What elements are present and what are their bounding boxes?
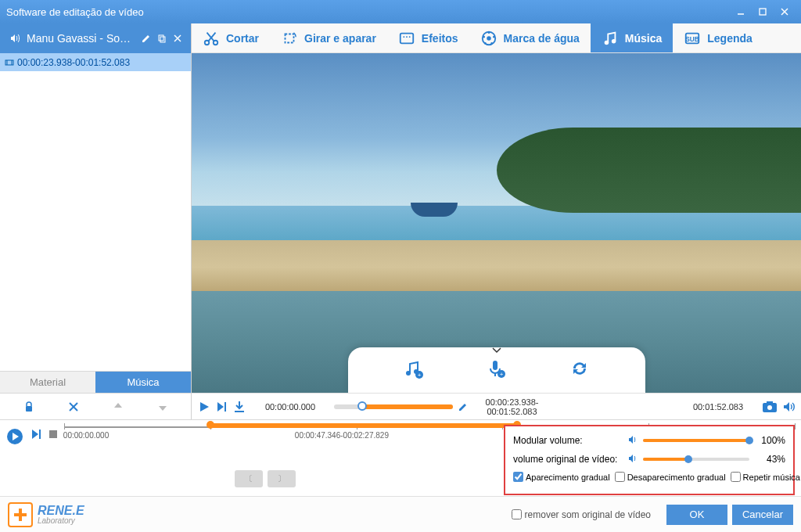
copy-icon[interactable] [155, 31, 169, 45]
clip-list: 00:00:23.938-00:01:52.083 [0, 53, 191, 371]
mod-volume-value: 100% [754, 435, 785, 446]
time-start: 00:00:00.000 [251, 402, 329, 412]
tool-watermark[interactable]: Marca de água [469, 23, 591, 52]
fade-in-checkbox[interactable]: Aparecimento gradual [513, 472, 610, 482]
close-button[interactable] [774, 4, 795, 20]
cancel-button[interactable]: Cancelar [732, 505, 793, 525]
mod-volume-slider[interactable] [643, 439, 749, 442]
volume-icon[interactable] [782, 401, 795, 413]
move-up-icon[interactable] [110, 398, 127, 415]
lock-icon[interactable] [20, 398, 38, 415]
video-preview[interactable]: + + [192, 53, 801, 393]
svg-rect-38 [493, 361, 497, 370]
tool-rotate[interactable]: Girar e aparar [270, 23, 387, 52]
orig-volume-value: 43% [754, 454, 785, 465]
marker-start[interactable] [207, 421, 214, 429]
tool-subtitle[interactable]: SUB Legenda [673, 23, 763, 52]
svg-rect-45 [767, 401, 773, 404]
svg-line-16 [208, 32, 215, 41]
trim-left-handle[interactable]: 〔 [235, 470, 263, 487]
export-icon[interactable] [232, 400, 246, 414]
brand-name: RENE.E [38, 505, 84, 517]
tool-effects[interactable]: Efeitos [387, 23, 469, 52]
svg-text:+: + [500, 371, 504, 378]
refresh-icon[interactable] [566, 355, 593, 382]
svg-point-31 [612, 38, 616, 42]
list-tool-row [0, 393, 191, 419]
svg-rect-4 [159, 35, 163, 41]
delete-icon[interactable] [65, 398, 82, 415]
timeline-play-button[interactable] [6, 428, 23, 448]
svg-text:+: + [417, 372, 421, 379]
svg-point-27 [490, 42, 493, 45]
svg-point-26 [493, 35, 495, 38]
edit-time-icon[interactable] [458, 401, 469, 412]
remove-original-audio-checkbox[interactable]: remover som original de vídeo [512, 509, 651, 520]
tool-music[interactable]: Música [591, 23, 673, 52]
orig-volume-slider[interactable] [643, 458, 749, 461]
time-bar: 00:00:00.000 00:00:23.938-00:01:52.083 0… [192, 393, 801, 419]
svg-rect-47 [39, 430, 41, 439]
svg-point-24 [487, 36, 491, 41]
orig-volume-label: volume original de vídeo: [513, 454, 623, 465]
maximize-button[interactable] [753, 4, 773, 20]
repeat-checkbox[interactable]: Repetir música [731, 472, 800, 482]
timeline-t1: 00:00:47.346-00:02:27.829 [295, 431, 389, 440]
clip-item[interactable]: 00:00:23.938-00:01:52.083 [0, 53, 191, 72]
tool-cut[interactable]: Cortar [192, 23, 270, 52]
brand-sub: Laboratory [38, 517, 84, 525]
window-title: Software de editação de vídeo [6, 6, 144, 18]
chevron-down-icon [492, 343, 501, 357]
svg-rect-42 [224, 402, 226, 412]
step-button[interactable] [215, 401, 228, 413]
seek-slider[interactable] [334, 404, 453, 409]
time-range: 00:00:23.938-00:01:52.083 [473, 397, 551, 416]
snapshot-icon[interactable] [762, 401, 778, 413]
svg-point-29 [483, 35, 485, 38]
svg-point-25 [487, 31, 490, 34]
svg-line-17 [207, 32, 214, 41]
svg-point-30 [604, 40, 609, 45]
audio-title: Manu Gavassi - Sozin... [27, 32, 133, 45]
left-panel: Manu Gavassi - Sozin... 00:00:23.938-00:… [0, 23, 192, 419]
add-voice-icon[interactable]: + [483, 355, 509, 382]
fade-out-checkbox[interactable]: Desaparecimento gradual [615, 472, 726, 482]
move-down-icon[interactable] [154, 398, 171, 415]
timeline-t0: 00:00:00.000 [63, 431, 109, 440]
svg-point-44 [767, 405, 772, 410]
timeline-step-button[interactable] [30, 428, 42, 444]
clip-range: 00:00:23.938-00:01:52.083 [17, 57, 130, 68]
tab-material[interactable]: Material [0, 372, 95, 393]
play-button[interactable] [198, 401, 210, 413]
logo-icon [8, 502, 33, 527]
audio-header: Manu Gavassi - Sozin... [0, 23, 191, 53]
speaker-small-icon [627, 434, 638, 448]
svg-rect-19 [400, 33, 414, 43]
svg-rect-50 [14, 513, 27, 516]
svg-rect-18 [286, 34, 294, 42]
svg-point-21 [406, 36, 408, 38]
svg-point-22 [409, 36, 411, 38]
ok-button[interactable]: OK [666, 505, 727, 525]
add-music-icon[interactable]: + [400, 355, 426, 382]
svg-point-34 [406, 371, 411, 376]
mod-volume-label: Modular volume: [513, 435, 623, 446]
svg-rect-11 [26, 406, 32, 412]
main-toolbar: Cortar Girar e aparar Efeitos Marca de á… [192, 23, 801, 53]
svg-rect-1 [760, 9, 766, 15]
tab-music[interactable]: Música [95, 372, 191, 393]
timeline-stop-button[interactable] [48, 428, 58, 442]
right-panel: Cortar Girar e aparar Efeitos Marca de á… [192, 23, 801, 419]
time-end: 00:01:52.083 [679, 402, 757, 412]
speaker-small-icon [627, 453, 638, 466]
edit-icon[interactable] [139, 31, 153, 45]
footer: RENE.E Laboratory remover som original d… [0, 496, 801, 532]
trim-handles: 〔 〕 [235, 470, 296, 487]
svg-text:SUB: SUB [686, 35, 699, 42]
svg-point-20 [403, 36, 404, 38]
remove-item-icon[interactable] [171, 31, 185, 45]
minimize-button[interactable] [731, 4, 751, 20]
svg-rect-48 [49, 430, 57, 438]
speaker-icon [8, 31, 22, 45]
trim-right-handle[interactable]: 〕 [268, 470, 296, 487]
